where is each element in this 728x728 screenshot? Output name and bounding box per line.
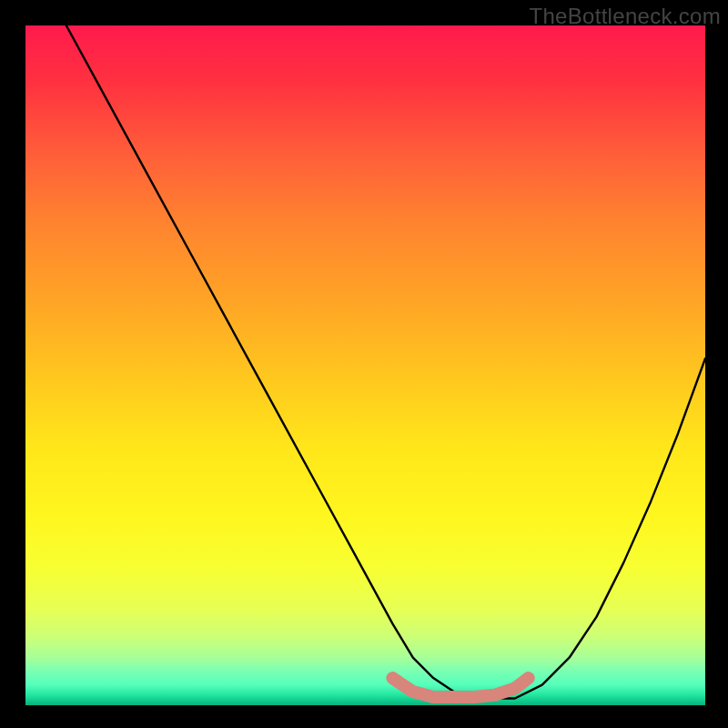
curve-svg <box>25 25 705 705</box>
bottleneck-curve <box>66 25 705 699</box>
chart-frame: TheBottleneck.com <box>0 0 728 728</box>
highlight-segment <box>392 678 528 697</box>
plot-area <box>25 25 705 705</box>
watermark-text: TheBottleneck.com <box>529 4 721 29</box>
